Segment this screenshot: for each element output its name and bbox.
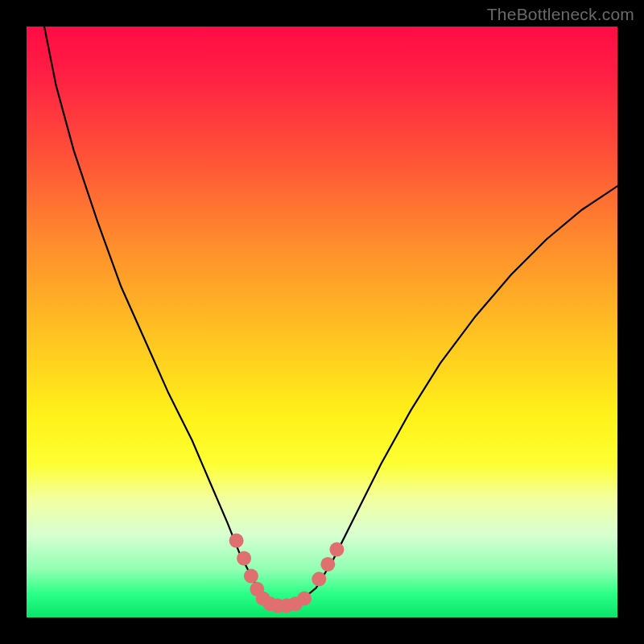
curve-group [44,27,617,605]
marker-right-3 [320,557,335,572]
plot-area [27,27,617,617]
marker-right-1 [297,592,312,606]
chart-svg [27,27,617,617]
marker-left-1 [237,551,251,566]
chart-frame: TheBottleneck.com [0,0,644,644]
marker-left-upper [229,534,244,548]
bottleneck-curve [44,27,617,605]
watermark-text: TheBottleneck.com [487,5,634,24]
marker-right-2 [312,572,326,586]
marker-group [229,534,345,613]
marker-left-2 [244,569,258,584]
marker-right-upper [329,543,344,557]
